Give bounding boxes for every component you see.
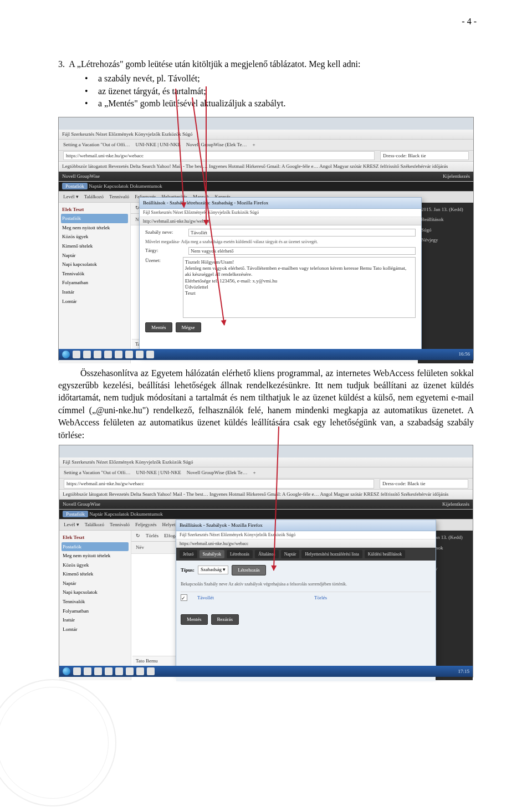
sidebar-item[interactable]: Kimenő tételek bbox=[61, 241, 128, 251]
taskbar-icon[interactable] bbox=[136, 351, 144, 358]
rule-delete-link[interactable]: Törlés bbox=[314, 594, 431, 602]
sidebar-item[interactable]: Tennivalók bbox=[62, 597, 129, 607]
tab-naptar[interactable]: Naptár bbox=[89, 183, 103, 189]
sidebar-item[interactable]: Lomtár bbox=[62, 625, 129, 634]
taskbar-icon[interactable] bbox=[73, 667, 81, 675]
tab-new[interactable]: + bbox=[253, 469, 255, 476]
search-field[interactable]: Dress-code: Black tie bbox=[380, 479, 468, 489]
taskbar-icon[interactable] bbox=[94, 351, 101, 358]
rule-name-link[interactable]: Távollét bbox=[197, 594, 314, 602]
tab-kapcs[interactable]: Kapcsolatok bbox=[104, 511, 129, 517]
taskbar-icon[interactable] bbox=[105, 667, 112, 675]
tab-docs[interactable]: Dokumentumok bbox=[130, 511, 163, 517]
bookmarks-bar[interactable]: Legtöbbször látogatott Bevezetés Delta S… bbox=[59, 490, 473, 500]
taskbar-icon[interactable] bbox=[104, 351, 112, 358]
taskbar-icon[interactable] bbox=[84, 667, 91, 675]
link-sugo[interactable]: Súgó bbox=[421, 227, 470, 234]
btn-tennivalo[interactable]: Tennivaló bbox=[109, 193, 129, 201]
sidebar-item[interactable]: Tennivalók bbox=[61, 269, 128, 279]
dialog-menubar[interactable]: Fájl Szerkesztés Nézet Előzmények Könyvj… bbox=[176, 531, 436, 539]
url-bar[interactable]: https://webmail.uni-nke.hu/gw/webacc bbox=[64, 479, 374, 489]
taskbar-icon[interactable] bbox=[115, 667, 123, 675]
tab-naptar[interactable]: Naptár bbox=[89, 511, 103, 517]
sidebar-item[interactable]: Közös ügyek bbox=[61, 232, 128, 241]
rule-enable-checkbox[interactable]: ✓ bbox=[181, 594, 187, 601]
firefox-tabs[interactable]: Setting a Vacation "Out of Offi… UNI-NKE… bbox=[59, 467, 473, 479]
tab-postafiok[interactable]: Postafiók bbox=[62, 183, 88, 189]
create-button[interactable]: Létrehozás bbox=[232, 565, 265, 575]
firefox-menubar[interactable]: Fájl Szerkesztés Nézet Előzmények Könyvj… bbox=[59, 130, 473, 140]
sidebar-item[interactable]: Meg nem nyitott tételek bbox=[61, 223, 128, 233]
tab-kuldesi[interactable]: Küldési beállítások bbox=[365, 550, 406, 558]
sidebar-item[interactable]: Napi kapcsolatok bbox=[62, 588, 129, 597]
gw-top-tabs[interactable]: Postafiók Naptár Kapcsolatok Dokumentumo… bbox=[59, 510, 473, 520]
taskbar-icon[interactable] bbox=[73, 351, 80, 358]
tab-item[interactable]: Setting a Vacation "Out of Offi… bbox=[64, 469, 131, 476]
tab-docs[interactable]: Dokumentumok bbox=[130, 183, 162, 189]
tab-altalanos[interactable]: Általános bbox=[255, 550, 279, 558]
tab-letrehozas[interactable]: Létrehozás bbox=[227, 550, 253, 558]
tab-item[interactable]: UNI-NKE | UNI-NKE bbox=[136, 141, 181, 148]
sidebar-item[interactable]: Kimenő tételek bbox=[62, 569, 129, 579]
sidebar-item-postafiok[interactable]: Postafiók bbox=[61, 214, 128, 223]
link-beallitasok[interactable]: Beállítások bbox=[421, 216, 470, 223]
tab-item[interactable]: Novell GroupWise (Elek Te… bbox=[186, 141, 247, 148]
taskbar-icon[interactable] bbox=[115, 351, 122, 358]
sidebar-item[interactable]: Napi kapcsolatok bbox=[61, 260, 128, 269]
sidebar-item-postafiok[interactable]: Postafiók bbox=[62, 542, 129, 552]
subject-input[interactable]: Nem vagyok elérhető bbox=[188, 247, 416, 255]
taskbar-icon[interactable] bbox=[146, 351, 154, 358]
tab-jelszo[interactable]: Jelszó bbox=[180, 550, 197, 558]
url-bar[interactable]: https://webmail.uni-nke.hu/gw/webacc bbox=[63, 151, 375, 161]
btn-tennivalo[interactable]: Tennivaló bbox=[110, 521, 130, 528]
tab-item[interactable]: Novell GroupWise (Elek Te… bbox=[187, 469, 248, 476]
btn-talalkozo[interactable]: Találkozó bbox=[84, 193, 104, 201]
settings-tabs[interactable]: Jelszó Szabályok Létrehozás Általános Na… bbox=[176, 548, 436, 561]
bookmarks-bar[interactable]: Legtöbbször látogatott Bevezetés Delta S… bbox=[59, 162, 473, 172]
gw-top-tabs[interactable]: Postafiók Naptár Kapcsolatok Dokumentumo… bbox=[59, 182, 473, 192]
cancel-button[interactable]: Mégse bbox=[176, 322, 201, 333]
taskbar-icon[interactable] bbox=[136, 667, 144, 675]
sidebar-item[interactable]: Irattár bbox=[61, 287, 128, 297]
taskbar-icon[interactable] bbox=[83, 351, 91, 358]
taskbar[interactable]: 17:15 bbox=[59, 666, 473, 677]
taskbar-icon[interactable] bbox=[94, 667, 102, 675]
tab-szabalyok[interactable]: Szabályok bbox=[200, 550, 224, 558]
tab-item[interactable]: Setting a Vacation "Out of Offi… bbox=[63, 141, 130, 148]
tab-new[interactable]: + bbox=[252, 141, 255, 148]
message-textarea[interactable]: Tisztelt Hölgyem/Uram! Jelenleg nem vagy… bbox=[183, 257, 416, 318]
dialog-menubar[interactable]: Fájl Szerkesztés Nézet Előzmények Könyvj… bbox=[140, 209, 421, 217]
sidebar-item[interactable]: Folyamatban bbox=[61, 278, 128, 287]
taskbar-icon[interactable] bbox=[126, 667, 134, 675]
refresh-icon[interactable]: ↻ bbox=[136, 532, 140, 539]
btn-feljegyzes[interactable]: Feljegyzés bbox=[135, 521, 157, 528]
sidebar-item[interactable]: Meg nem nyitott tételek bbox=[62, 551, 129, 561]
firefox-menubar[interactable]: Fájl Szerkesztés Nézet Előzmények Könyvj… bbox=[59, 458, 473, 467]
btn-level[interactable]: Levél ▾ bbox=[63, 193, 79, 201]
sidebar-item[interactable]: Közös ügyek bbox=[62, 561, 129, 570]
start-icon[interactable] bbox=[63, 667, 70, 675]
tab-helyettes[interactable]: Helyettesítési hozzáférési lista bbox=[301, 550, 362, 558]
sidebar-item[interactable]: Lomtár bbox=[61, 297, 128, 306]
save-button[interactable]: Mentés bbox=[181, 614, 208, 625]
rule-name-input[interactable]: Távollét bbox=[188, 229, 416, 237]
save-button[interactable]: Mentés bbox=[145, 322, 172, 333]
sidebar-item[interactable]: Naptár bbox=[61, 251, 128, 260]
start-icon[interactable] bbox=[62, 351, 70, 358]
btn-talalkozo[interactable]: Találkozó bbox=[85, 521, 104, 528]
sidebar-item[interactable]: Folyamatban bbox=[62, 607, 129, 616]
gw-logout[interactable]: Kijelentkezés bbox=[442, 501, 469, 508]
search-field[interactable]: Dress-code: Black tie bbox=[380, 151, 469, 161]
taskbar-icon[interactable] bbox=[125, 351, 133, 358]
type-select[interactable]: Szabadság ▾ bbox=[198, 566, 228, 574]
dialog-url[interactable]: http://webmail.uni-nke.hu/gw/webacc bbox=[140, 217, 421, 225]
tab-kapcs[interactable]: Kapcsolatok bbox=[104, 183, 129, 189]
sidebar-item[interactable]: Naptár bbox=[62, 579, 129, 588]
taskbar[interactable]: 16:56 bbox=[59, 349, 473, 360]
link-nevjegy[interactable]: Névjegy bbox=[421, 237, 470, 244]
dialog-url[interactable]: https://webmail.uni-nke.hu/gw/webacc bbox=[176, 539, 436, 548]
close-button[interactable]: Bezárás bbox=[211, 614, 239, 625]
sidebar-item[interactable]: Irattár bbox=[62, 615, 129, 625]
btn-level[interactable]: Levél ▾ bbox=[64, 521, 79, 528]
taskbar-icon[interactable] bbox=[147, 667, 155, 675]
